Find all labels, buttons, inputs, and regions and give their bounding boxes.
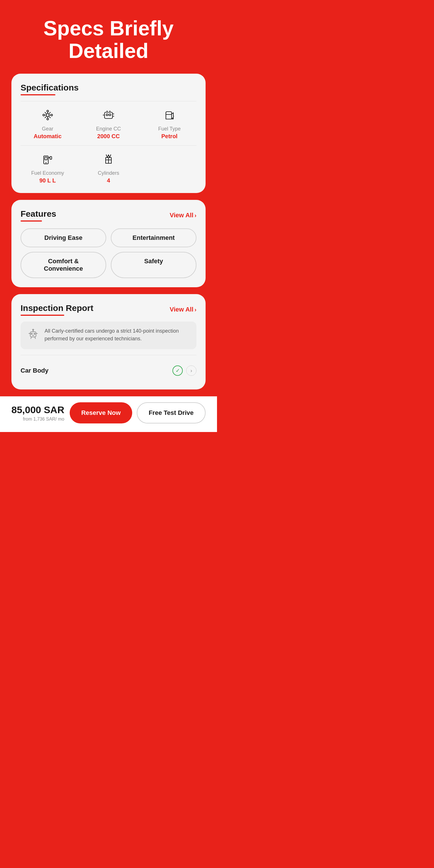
features-header: Features View All ›: [21, 209, 196, 222]
svg-rect-15: [109, 114, 111, 116]
svg-point-32: [34, 333, 35, 334]
cylinders-label: Cylinders: [98, 170, 119, 176]
inspection-divider: [21, 355, 196, 355]
svg-line-39: [35, 337, 35, 339]
spec-cylinders: Cylinders 4: [82, 151, 135, 184]
inspection-robot-icon: [26, 327, 40, 343]
gear-icon: [40, 107, 56, 123]
price-monthly: from 1,736 SAR/ mo: [11, 416, 64, 422]
svg-rect-26: [50, 156, 52, 159]
features-grid: Driving Ease Entertainment Comfort & Con…: [21, 228, 196, 278]
svg-rect-14: [106, 114, 108, 116]
inspection-header: Inspection Report View All ›: [21, 303, 196, 316]
inspection-info-box: All Carly-certified cars undergo a stric…: [21, 321, 196, 349]
inspection-card: Inspection Report View All › All Carly-c…: [11, 294, 206, 390]
cta-buttons: Reserve Now Free Test Drive: [70, 402, 206, 424]
cylinders-value: 4: [107, 177, 110, 184]
inspection-row-car-body: Car Body ✓ ›: [21, 361, 196, 380]
spec-divider-2: [21, 145, 196, 146]
gear-value: Automatic: [34, 133, 62, 140]
svg-line-12: [45, 116, 46, 118]
cylinders-icon: [100, 151, 117, 167]
bottom-bar: 85,000 SAR from 1,736 SAR/ mo Reserve No…: [0, 396, 217, 432]
spec-empty: [143, 151, 196, 184]
svg-point-22: [172, 118, 173, 119]
features-section-title: Features: [21, 209, 56, 222]
svg-line-9: [45, 113, 46, 114]
specs-row-2: Fuel Economy 90 L L Cylinders 4: [21, 151, 196, 184]
inspection-info-text: All Carly-certified cars undergo a stric…: [44, 327, 191, 343]
svg-line-11: [49, 113, 50, 114]
svg-line-10: [49, 116, 50, 118]
svg-rect-24: [45, 157, 47, 160]
spec-engine: Engine CC 2000 CC: [82, 107, 135, 140]
price-section: 85,000 SAR from 1,736 SAR/ mo: [11, 404, 64, 422]
fuel-economy-label: Fuel Economy: [31, 170, 64, 176]
engine-label: Engine CC: [96, 126, 121, 132]
spec-fuel-type: Fuel Type Petrol: [143, 107, 196, 140]
car-body-actions: ✓ ›: [173, 366, 196, 376]
car-body-check-icon: ✓: [173, 366, 183, 376]
reserve-now-button[interactable]: Reserve Now: [70, 402, 132, 424]
svg-line-38: [31, 337, 31, 339]
car-body-label: Car Body: [21, 367, 49, 374]
fuel-type-label: Fuel Type: [158, 126, 181, 132]
inspection-section-title: Inspection Report: [21, 303, 93, 316]
car-body-expand-button[interactable]: ›: [186, 366, 196, 376]
spec-section-title: Specifications: [21, 83, 79, 95]
specifications-card: Specifications: [11, 74, 206, 193]
spec-fuel-economy: Fuel Economy 90 L L: [21, 151, 74, 184]
feature-chip-driving-ease[interactable]: Driving Ease: [21, 228, 106, 247]
fuel-economy-value: 90 L L: [39, 177, 56, 184]
engine-value: 2000 CC: [97, 133, 120, 140]
spec-gear: Gear Automatic: [21, 107, 74, 140]
spec-divider: [21, 101, 196, 101]
spec-section-header: Specifications: [21, 83, 196, 95]
fuel-type-value: Petrol: [161, 133, 178, 140]
inspection-view-all[interactable]: View All ›: [169, 306, 196, 313]
svg-point-31: [31, 333, 32, 334]
feature-chip-entertainment[interactable]: Entertainment: [111, 228, 196, 247]
price-main: 85,000 SAR: [11, 404, 64, 415]
free-test-drive-button[interactable]: Free Test Drive: [137, 402, 206, 424]
specs-row-1: Gear Automatic Engine CC 2000 CC: [21, 107, 196, 140]
svg-rect-13: [104, 112, 113, 119]
features-view-all[interactable]: View All ›: [169, 212, 196, 219]
engine-icon: [100, 107, 117, 123]
fuel-type-icon: [161, 107, 177, 123]
features-card: Features View All › Driving Ease Enterta…: [11, 200, 206, 287]
features-view-all-chevron: ›: [194, 212, 196, 219]
hero-title: Specs Briefly Detailed: [0, 0, 217, 74]
svg-point-35: [33, 329, 34, 330]
feature-chip-comfort-convenience[interactable]: Comfort & Convenience: [21, 252, 106, 278]
inspection-view-all-chevron: ›: [194, 306, 196, 313]
feature-chip-safety[interactable]: Safety: [111, 252, 196, 278]
fuel-economy-icon: [40, 151, 56, 167]
gear-label: Gear: [42, 126, 53, 132]
